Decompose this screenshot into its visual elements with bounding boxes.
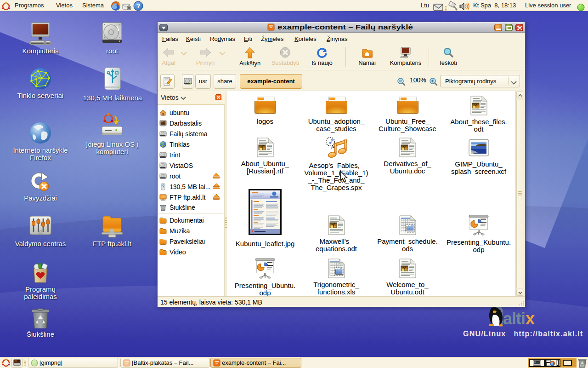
svg-text:?: ? <box>136 2 141 10</box>
svg-text:x: x <box>526 309 535 328</box>
svg-text:alti: alti <box>503 309 525 328</box>
